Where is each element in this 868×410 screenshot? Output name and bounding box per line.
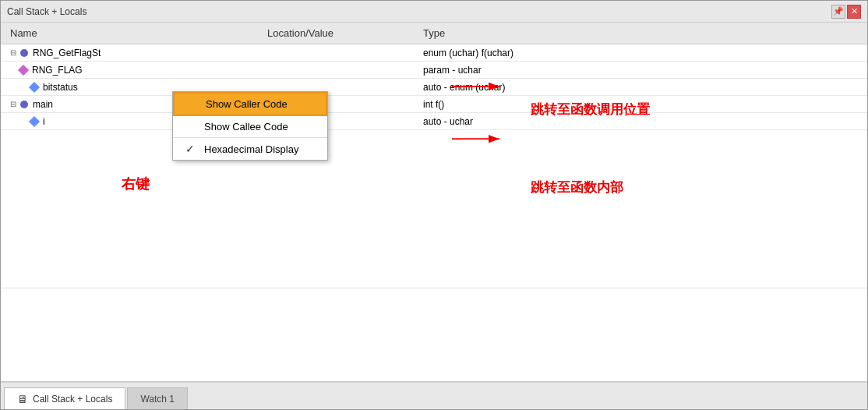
menu-item-show-caller[interactable]: Show Caller Code — [173, 92, 327, 116]
header-type: Type — [420, 26, 861, 41]
tab-label-watch: Watch 1 — [140, 394, 175, 405]
annotation-youjian: 右键 — [122, 175, 150, 193]
cell-type: auto - enum (uchar) — [420, 80, 861, 94]
annotation-jump2: 跳转至函数内部 — [531, 178, 623, 196]
menu-item-hex-display[interactable]: ✓ Hexadecimal Display — [173, 138, 327, 160]
table-row[interactable]: RNG_FLAG param - uchar — [1, 62, 867, 79]
cell-value — [264, 86, 420, 89]
menu-item-label: Show Callee Code — [204, 121, 288, 133]
cell-type: param - uchar — [420, 63, 861, 77]
expand-icon[interactable]: ⊟ — [10, 48, 18, 57]
node-label: bitstatus — [43, 82, 78, 93]
tab-call-stack-locals[interactable]: 🖥 Call Stack + Locals — [4, 387, 125, 409]
window: Call Stack + Locals 📌 ✕ Name Location/Va… — [0, 0, 868, 410]
node-icon — [29, 115, 40, 126]
checkmark-hex: ✓ — [185, 143, 198, 155]
tab-label-call-stack: Call Stack + Locals — [33, 394, 112, 405]
cell-name: ⊟ RNG_GetFlagSt — [7, 46, 264, 60]
table-row[interactable]: bitstatus auto - enum (uchar) — [1, 79, 867, 96]
main-content: Name Location/Value Type ⊟ RNG_GetFlagSt — [1, 23, 867, 381]
tab-watch-1[interactable]: Watch 1 — [127, 387, 188, 409]
title-bar: Call Stack + Locals 📌 ✕ — [1, 1, 867, 23]
node-icon — [20, 101, 28, 108]
node-label: i — [43, 116, 45, 127]
pin-button[interactable]: 📌 — [831, 5, 845, 19]
menu-item-label: Show Caller Code — [206, 98, 288, 110]
cell-type: enum (uchar) f(uchar) — [420, 46, 861, 60]
header-location: Location/Value — [264, 26, 420, 41]
empty-area — [1, 288, 867, 381]
tab-icon-call-stack: 🖥 — [17, 393, 28, 405]
table-body: ⊟ RNG_GetFlagSt enum (uchar) f(uchar) RN… — [1, 44, 867, 130]
cell-type: int f() — [420, 97, 861, 111]
cell-name: RNG_FLAG — [7, 63, 264, 77]
window-title: Call Stack + Locals — [7, 6, 86, 17]
title-bar-right: 📌 ✕ — [831, 5, 861, 19]
table-row[interactable]: ⊟ main int f() — [1, 96, 867, 113]
table-row[interactable]: ⊟ RNG_GetFlagSt enum (uchar) f(uchar) — [1, 44, 867, 62]
cell-value — [264, 69, 420, 72]
node-label: RNG_GetFlagSt — [33, 48, 101, 58]
close-button[interactable]: ✕ — [847, 5, 861, 19]
title-bar-left: Call Stack + Locals — [7, 6, 86, 17]
context-menu: Show Caller Code Show Callee Code ✓ Hexa… — [172, 91, 328, 161]
node-label: main — [33, 99, 53, 110]
menu-item-label: Hexadecimal Display — [204, 143, 298, 155]
node-icon — [18, 64, 29, 75]
tree-node: RNG_FLAG — [19, 65, 261, 76]
node-label: RNG_FLAG — [32, 65, 83, 76]
menu-item-show-callee[interactable]: Show Callee Code — [173, 116, 327, 138]
cell-value — [264, 51, 420, 55]
expand-icon[interactable]: ⊟ — [10, 100, 18, 108]
bottom-tabs: 🖥 Call Stack + Locals Watch 1 — [1, 381, 867, 409]
node-icon — [20, 49, 28, 57]
cell-type: auto - uchar — [420, 115, 861, 129]
header-name: Name — [7, 26, 264, 41]
table-row[interactable]: i 0x01 auto - uchar — [1, 113, 867, 130]
table-area: Name Location/Value Type ⊟ RNG_GetFlagSt — [1, 23, 867, 288]
node-icon — [29, 81, 40, 92]
tree-node: ⊟ RNG_GetFlagSt — [10, 48, 261, 58]
table-header: Name Location/Value Type — [1, 23, 867, 44]
